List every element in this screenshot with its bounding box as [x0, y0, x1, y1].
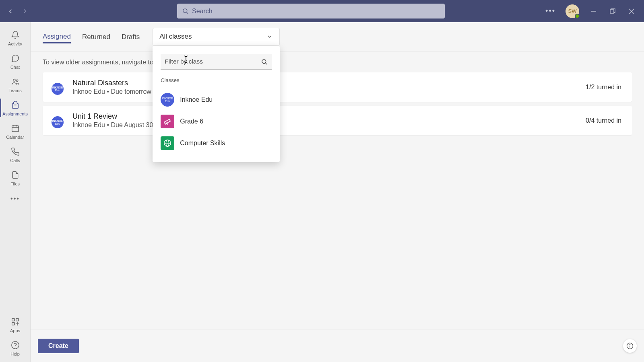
rail-more-button[interactable]: •••: [0, 189, 30, 208]
presence-available-icon: [575, 14, 580, 19]
footer-bar: Create: [31, 329, 644, 362]
filter-input-wrap: [161, 54, 272, 70]
svg-rect-8: [12, 126, 19, 132]
class-filter-panel: Classes INKNOEEdu Inknoe Edu Grade 6: [153, 46, 280, 162]
rail-item-calls[interactable]: Calls: [0, 143, 30, 166]
svg-rect-12: [12, 319, 14, 321]
assignment-card[interactable]: INKNOEEdu Natural Disasters Inknoe Edu •…: [43, 72, 632, 102]
svg-point-0: [183, 9, 187, 13]
rail-item-label: Files: [10, 181, 20, 186]
rail-item-label: Assignments: [2, 111, 28, 116]
avatar[interactable]: SW: [566, 4, 579, 18]
class-option-inknoe[interactable]: INKNOEEdu Inknoe Edu: [161, 89, 272, 111]
rail-item-label: Calendar: [6, 135, 24, 140]
search-bar[interactable]: [177, 4, 445, 19]
svg-rect-14: [12, 323, 14, 325]
tab-drafts[interactable]: Drafts: [122, 31, 140, 43]
rail-item-label: Help: [10, 352, 20, 356]
calendar-icon: [10, 123, 20, 133]
class-filter-dropdown[interactable]: All classes Classes INKNOEEdu Inknoe Edu: [153, 28, 280, 46]
tab-returned[interactable]: Returned: [82, 31, 110, 43]
rail-item-label: Chat: [10, 65, 20, 70]
phone-icon: [10, 147, 20, 156]
class-option-computer[interactable]: Computer Skills: [161, 132, 272, 154]
assignments-body: To view older assignments, navigate to a…: [31, 51, 644, 329]
svg-point-7: [16, 80, 18, 81]
svg-rect-13: [16, 319, 18, 321]
avatar-initials: SW: [568, 8, 577, 14]
search-input[interactable]: [192, 8, 440, 15]
class-icon-telescope: [161, 115, 174, 128]
backpack-icon: [10, 100, 20, 110]
class-icon-inknoe: INKNOEEdu: [52, 83, 64, 95]
older-assignments-hint: To view older assignments, navigate to a…: [43, 59, 632, 66]
class-filter-selected: All classes: [159, 33, 192, 41]
assignment-subtitle: Inknoe Edu • Due tomorrow at 11:59 PM: [72, 88, 586, 95]
class-option-label: Inknoe Edu: [180, 96, 213, 103]
maximize-icon: [610, 8, 615, 14]
app-rail: Activity Chat Teams Assignments Calendar: [0, 22, 31, 362]
rail-item-files[interactable]: Files: [0, 166, 30, 189]
file-icon: [10, 170, 20, 180]
svg-rect-3: [610, 10, 614, 13]
title-bar: ••• SW: [0, 0, 644, 22]
rail-item-calendar[interactable]: Calendar: [0, 119, 30, 143]
chevron-down-icon: [266, 33, 273, 40]
svg-point-17: [11, 341, 19, 349]
info-button[interactable]: [623, 339, 637, 353]
rail-item-label: Apps: [10, 328, 20, 333]
rail-item-activity[interactable]: Activity: [0, 26, 30, 49]
rail-item-label: Calls: [10, 158, 20, 163]
assignment-card-body: Unit 1 Review Inknoe Edu • Due August 30…: [72, 112, 586, 129]
rail-item-apps[interactable]: Apps: [0, 313, 30, 336]
rail-item-chat[interactable]: Chat: [0, 49, 30, 73]
svg-line-20: [266, 63, 267, 64]
assignment-card[interactable]: INKNOEEdu Unit 1 Review Inknoe Edu • Due…: [43, 106, 632, 135]
create-button[interactable]: Create: [38, 339, 79, 353]
filter-input[interactable]: [165, 58, 261, 65]
class-option-label: Grade 6: [180, 118, 203, 125]
assignment-subtitle: Inknoe Edu • Due August 30, 2021 11:59 P…: [72, 121, 586, 129]
assignments-tabs: Assigned Returned Drafts All classes Cla…: [31, 22, 644, 51]
assignment-status: 0/4 turned in: [586, 117, 621, 124]
assignment-title: Natural Disasters: [72, 79, 586, 87]
close-button[interactable]: [627, 7, 636, 16]
class-icon-inknoe: INKNOEEdu: [161, 93, 174, 107]
svg-line-1: [187, 12, 188, 14]
chevron-left-icon: [7, 8, 14, 15]
rail-item-teams[interactable]: Teams: [0, 73, 30, 96]
close-icon: [629, 8, 634, 14]
svg-point-19: [262, 59, 266, 63]
minimize-button[interactable]: [589, 7, 598, 16]
bell-icon: [10, 30, 20, 40]
class-icon-globe: [161, 136, 174, 150]
chevron-right-icon: [21, 8, 29, 15]
svg-point-28: [630, 344, 630, 345]
class-icon-inknoe: INKNOEEdu: [52, 116, 64, 128]
rail-item-assignments[interactable]: Assignments: [0, 96, 30, 119]
main-content: Assigned Returned Drafts All classes Cla…: [31, 22, 644, 362]
search-icon: [182, 8, 189, 14]
apps-icon: [10, 317, 20, 327]
back-button[interactable]: [6, 7, 14, 15]
tab-assigned[interactable]: Assigned: [43, 30, 71, 43]
dots-horizontal-icon: •••: [10, 195, 20, 202]
dropdown-heading: Classes: [161, 77, 272, 83]
assignment-status: 1/2 turned in: [586, 84, 621, 91]
help-icon: [10, 340, 20, 350]
minimize-icon: [591, 8, 597, 14]
assignment-card-body: Natural Disasters Inknoe Edu • Due tomor…: [72, 79, 586, 95]
title-right-controls: ••• SW: [545, 4, 641, 18]
teams-icon: [10, 77, 20, 86]
class-option-grade6[interactable]: Grade 6: [161, 111, 272, 132]
maximize-button[interactable]: [608, 7, 617, 16]
rail-item-label: Activity: [8, 41, 22, 46]
forward-button[interactable]: [21, 7, 29, 15]
history-nav: [3, 7, 29, 15]
class-option-label: Computer Skills: [180, 140, 225, 147]
search-icon: [261, 58, 268, 65]
rail-item-help[interactable]: Help: [0, 336, 30, 362]
info-icon: [626, 342, 634, 350]
more-menu-button[interactable]: •••: [545, 7, 555, 15]
rail-item-label: Teams: [8, 88, 21, 93]
